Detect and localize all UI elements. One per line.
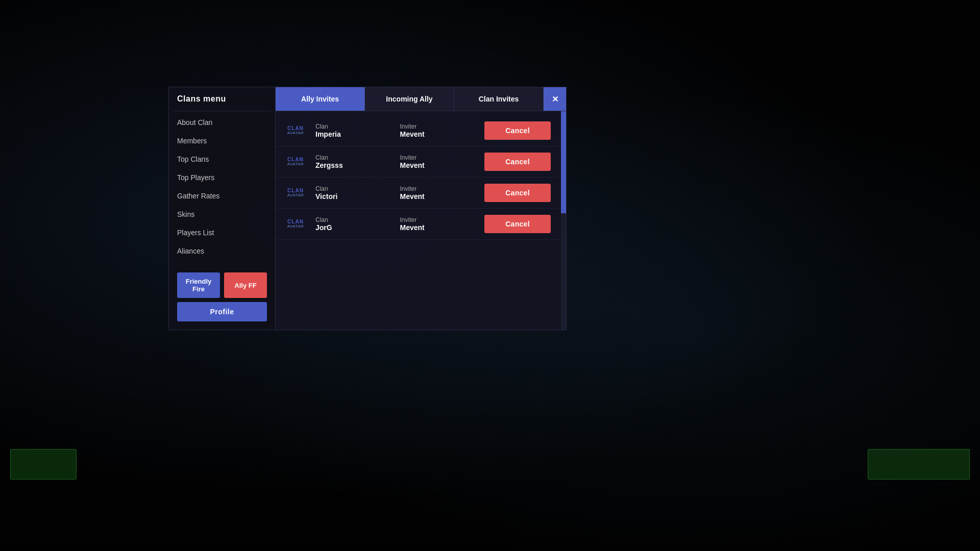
invite-row: CLAN AVATAR Clan Imperia Inviter Mevent …	[276, 115, 561, 146]
inviter-name: Mevent	[400, 192, 478, 201]
inviter-name: Mevent	[400, 161, 478, 169]
inviter-info: Inviter Mevent	[400, 216, 478, 232]
panel-wrapper: Clans menu About ClanMembersTop ClansTop…	[168, 87, 567, 330]
friendly-fire-button[interactable]: Friendly Fire	[177, 272, 220, 298]
inviter-info: Inviter Mevent	[400, 154, 478, 169]
sidebar-item-players-list[interactable]: Players List	[169, 223, 275, 242]
tab-clan-invites[interactable]: Clan Invites	[454, 87, 544, 111]
invite-row: CLAN AVATAR Clan Victori Inviter Mevent …	[276, 178, 561, 209]
inviter-label: Inviter	[400, 154, 478, 161]
clan-avatar: CLAN AVATAR	[283, 152, 308, 172]
main-content: Ally Invites Incoming Ally Clan Invites …	[276, 87, 567, 330]
sidebar-item-members[interactable]: Members	[169, 132, 275, 150]
tabs-bar: Ally Invites Incoming Ally Clan Invites …	[276, 87, 567, 111]
sidebar-item-aliances[interactable]: Aliances	[169, 242, 275, 260]
ally-ff-button[interactable]: Ally FF	[224, 272, 267, 298]
bottom-right-decoration	[868, 449, 970, 480]
clan-label: Clan	[315, 185, 393, 192]
clan-avatar: CLAN AVATAR	[283, 214, 308, 234]
scrollbar-thumb[interactable]	[561, 111, 566, 213]
cancel-button[interactable]: Cancel	[484, 215, 551, 233]
bottom-left-decoration	[10, 449, 77, 480]
inviter-info: Inviter Mevent	[400, 185, 478, 201]
cancel-button[interactable]: Cancel	[484, 153, 551, 171]
clan-name: Victori	[315, 192, 393, 201]
sidebar-title: Clans menu	[169, 87, 275, 111]
clan-avatar: CLAN AVATAR	[283, 183, 308, 203]
clan-info: Clan Imperia	[315, 123, 393, 138]
invite-row: CLAN AVATAR Clan Zergsss Inviter Mevent …	[276, 146, 561, 178]
clan-label: Clan	[315, 154, 393, 161]
sidebar-ff-row: Friendly Fire Ally FF	[177, 272, 267, 298]
content-panel: CLAN AVATAR Clan Imperia Inviter Mevent …	[276, 111, 567, 330]
clan-info: Clan Victori	[315, 185, 393, 201]
invite-row: CLAN AVATAR Clan JorG Inviter Mevent Can…	[276, 209, 561, 240]
close-button[interactable]: ✕	[544, 87, 566, 111]
clan-name: Imperia	[315, 130, 393, 138]
clan-name: JorG	[315, 223, 393, 232]
sidebar-item-about-clan[interactable]: About Clan	[169, 113, 275, 132]
invite-list: CLAN AVATAR Clan Imperia Inviter Mevent …	[276, 115, 566, 240]
inviter-info: Inviter Mevent	[400, 123, 478, 138]
tab-incoming-ally[interactable]: Incoming Ally	[365, 87, 454, 111]
inviter-name: Mevent	[400, 130, 478, 138]
sidebar-item-skins[interactable]: Skins	[169, 205, 275, 223]
close-icon: ✕	[552, 94, 558, 104]
scrollbar-track[interactable]	[561, 111, 566, 330]
clan-label: Clan	[315, 216, 393, 223]
profile-button[interactable]: Profile	[177, 302, 267, 321]
clan-info: Clan Zergsss	[315, 154, 393, 169]
cancel-button[interactable]: Cancel	[484, 121, 551, 140]
inviter-label: Inviter	[400, 123, 478, 130]
sidebar-menu: About ClanMembersTop ClansTop PlayersGat…	[169, 111, 275, 262]
sidebar: Clans menu About ClanMembersTop ClansTop…	[168, 87, 276, 330]
inviter-name: Mevent	[400, 223, 478, 232]
sidebar-item-gather-rates[interactable]: Gather Rates	[169, 187, 275, 205]
clan-avatar: CLAN AVATAR	[283, 120, 308, 141]
inviter-label: Inviter	[400, 185, 478, 192]
clan-info: Clan JorG	[315, 216, 393, 232]
tab-ally-invites[interactable]: Ally Invites	[276, 87, 365, 111]
sidebar-bottom-buttons: Friendly Fire Ally FF Profile	[169, 264, 275, 330]
sidebar-item-top-clans[interactable]: Top Clans	[169, 150, 275, 168]
clan-label: Clan	[315, 123, 393, 130]
sidebar-item-top-players[interactable]: Top Players	[169, 168, 275, 187]
cancel-button[interactable]: Cancel	[484, 184, 551, 202]
inviter-label: Inviter	[400, 216, 478, 223]
clan-name: Zergsss	[315, 161, 393, 169]
